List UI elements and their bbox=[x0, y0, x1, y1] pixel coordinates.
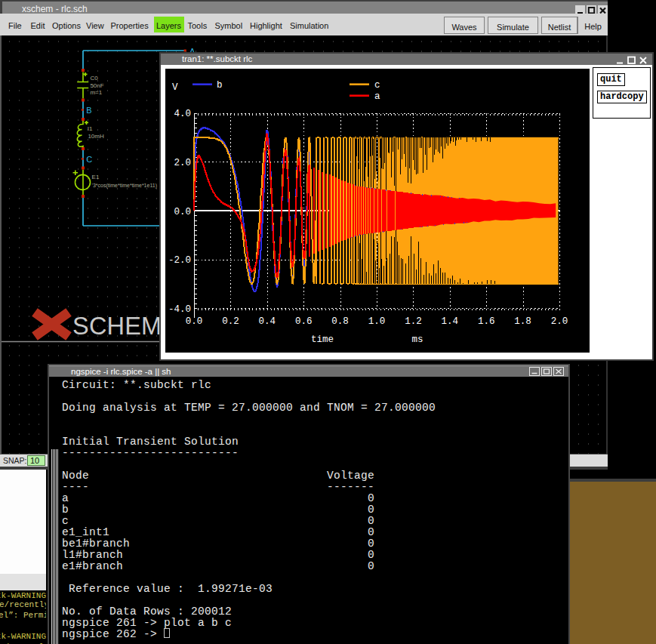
svg-text:0.4: 0.4 bbox=[259, 316, 276, 327]
svg-text:2.0: 2.0 bbox=[174, 158, 191, 168]
svg-text:a: a bbox=[374, 91, 380, 102]
svg-text:50nF: 50nF bbox=[90, 82, 103, 89]
svg-text:I1: I1 bbox=[88, 125, 93, 132]
svg-text:ms: ms bbox=[411, 334, 423, 345]
svg-text:10mH: 10mH bbox=[88, 133, 104, 140]
svg-text:1.6: 1.6 bbox=[478, 316, 495, 327]
svg-text:SCHEM: SCHEM bbox=[72, 313, 162, 340]
svg-text:1.0: 1.0 bbox=[368, 316, 386, 327]
svg-text:2.0: 2.0 bbox=[551, 316, 568, 327]
svg-text:0.8: 0.8 bbox=[331, 316, 349, 327]
svg-text:-2.0: -2.0 bbox=[168, 255, 191, 266]
svg-text:-4.0: -4.0 bbox=[168, 304, 191, 315]
svg-text:time: time bbox=[311, 334, 334, 345]
svg-text:0.2: 0.2 bbox=[222, 316, 239, 327]
svg-text:C: C bbox=[86, 155, 92, 164]
svg-text:V: V bbox=[172, 82, 178, 93]
svg-text:1.2: 1.2 bbox=[405, 316, 422, 327]
svg-text:0.6: 0.6 bbox=[295, 316, 313, 327]
svg-text:0.0: 0.0 bbox=[174, 207, 191, 217]
svg-text:4.0: 4.0 bbox=[174, 109, 191, 119]
svg-text:c: c bbox=[374, 80, 380, 91]
svg-text:1.8: 1.8 bbox=[514, 316, 531, 327]
svg-text:0.0: 0.0 bbox=[186, 316, 203, 327]
svg-text:E1: E1 bbox=[92, 174, 100, 180]
svg-text:b: b bbox=[217, 80, 223, 91]
svg-text:1.4: 1.4 bbox=[442, 316, 459, 327]
svg-text:B: B bbox=[86, 106, 91, 115]
svg-text:C0: C0 bbox=[90, 75, 98, 82]
svg-text:m=1: m=1 bbox=[90, 89, 102, 96]
svg-text:'3*cos(time*time*time*1e11): '3*cos(time*time*time*1e11) bbox=[92, 183, 157, 189]
